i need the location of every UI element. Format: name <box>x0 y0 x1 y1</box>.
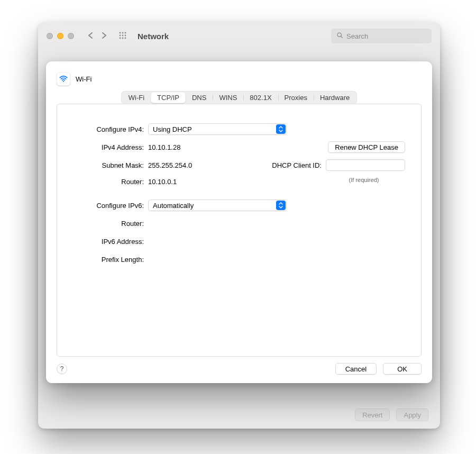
tab-wins[interactable]: WINS <box>213 92 243 103</box>
tab-bar: Wi-Fi TCP/IP DNS WINS 802.1X Proxies Har… <box>121 91 358 104</box>
interface-name: Wi-Fi <box>76 75 91 83</box>
configure-ipv4-value: Using DHCP <box>153 125 192 133</box>
svg-point-5 <box>125 34 126 36</box>
svg-point-11 <box>63 81 64 82</box>
tcpip-pane: Configure IPv4: Using DHCP IPv4 Address:… <box>57 104 422 357</box>
ipv6-router-label: Router: <box>73 220 148 228</box>
ipv6-prefix-length-label: Prefix Length: <box>73 256 148 264</box>
search-icon <box>336 32 343 40</box>
svg-point-3 <box>120 34 121 36</box>
nav-forward-button[interactable] <box>99 32 109 41</box>
tab-tcpip[interactable]: TCP/IP <box>151 92 186 103</box>
wifi-icon <box>57 72 70 86</box>
search-field[interactable]: Search <box>331 29 432 43</box>
window-toolbar: Network Search <box>38 22 440 50</box>
ipv4-address-value: 10.10.1.28 <box>148 143 180 151</box>
apply-button[interactable]: Apply <box>396 408 428 421</box>
tab-proxies[interactable]: Proxies <box>278 92 314 103</box>
tab-wifi[interactable]: Wi-Fi <box>122 92 151 103</box>
window-title: Network <box>138 32 169 41</box>
subnet-mask-value: 255.255.254.0 <box>148 161 192 169</box>
window-traffic-lights <box>47 33 74 39</box>
ipv6-address-label: IPv6 Address: <box>73 238 148 246</box>
svg-line-10 <box>341 37 343 38</box>
svg-point-6 <box>120 37 121 39</box>
chevron-up-down-icon <box>276 124 286 134</box>
ok-button[interactable]: OK <box>383 363 422 375</box>
configure-ipv6-label: Configure IPv6: <box>73 202 148 210</box>
configure-ipv4-select[interactable]: Using DHCP <box>148 123 287 135</box>
svg-point-8 <box>125 37 126 39</box>
cancel-button[interactable]: Cancel <box>335 363 377 375</box>
revert-button[interactable]: Revert <box>355 408 390 421</box>
dhcp-client-id-hint: (If required) <box>349 177 379 183</box>
ipv4-address-label: IPv4 Address: <box>73 143 148 151</box>
show-all-icon[interactable] <box>118 31 127 41</box>
tab-hardware[interactable]: Hardware <box>314 92 356 103</box>
svg-point-4 <box>122 34 124 36</box>
search-placeholder: Search <box>346 32 368 40</box>
window-minimize-button[interactable] <box>57 33 63 39</box>
chevron-up-down-icon <box>276 201 286 210</box>
svg-point-7 <box>122 37 124 39</box>
ipv4-router-value: 10.10.0.1 <box>148 178 177 186</box>
configure-ipv6-select[interactable]: Automatically <box>148 199 287 211</box>
window-zoom-button[interactable] <box>68 33 74 39</box>
configure-ipv4-label: Configure IPv4: <box>73 125 148 133</box>
nav-back-button[interactable] <box>86 32 95 41</box>
help-button[interactable]: ? <box>57 364 67 374</box>
ipv4-router-label: Router: <box>73 178 148 186</box>
renew-dhcp-lease-button[interactable]: Renew DHCP Lease <box>328 141 405 153</box>
svg-point-1 <box>122 32 124 33</box>
tab-dns[interactable]: DNS <box>186 92 213 103</box>
dhcp-client-id-label: DHCP Client ID: <box>272 161 322 169</box>
tab-8021x[interactable]: 802.1X <box>243 92 278 103</box>
dhcp-client-id-input[interactable] <box>326 159 405 171</box>
svg-point-2 <box>125 32 126 33</box>
network-interface-sheet: Wi-Fi Wi-Fi TCP/IP DNS WINS 802.1X Proxi… <box>46 61 432 383</box>
configure-ipv6-value: Automatically <box>153 202 194 210</box>
svg-point-0 <box>120 32 121 33</box>
window-close-button[interactable] <box>47 33 53 39</box>
subnet-mask-label: Subnet Mask: <box>73 161 148 169</box>
